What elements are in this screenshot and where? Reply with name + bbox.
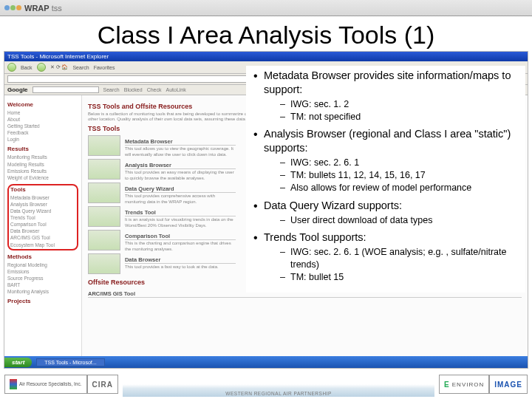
- start-button[interactable]: start: [4, 358, 32, 367]
- tools-highlight-box: Tools Metadata Browser Analysis Browser …: [7, 184, 78, 250]
- logo-environ: E ENVIRON: [439, 375, 489, 394]
- sidebar-item[interactable]: ARC/IMS GIS Tool: [10, 234, 75, 241]
- wrap-swoosh: WESTERN REGIONAL AIR PARTNERSHIP: [123, 372, 434, 397]
- bullet-dataquery: Data Query Wizard supports: User direct …: [250, 199, 521, 227]
- tool-desc: This tool provides a fast way to look at…: [125, 265, 236, 270]
- app-top-bar: WRAP tss: [0, 0, 532, 16]
- sidebar-item[interactable]: Emissions Results: [7, 168, 78, 174]
- tool-desc: This tool provides comprehensive access …: [125, 194, 236, 204]
- bullet-text: Data Query Wizard supports:: [264, 200, 402, 211]
- google-item-0[interactable]: Search: [103, 87, 120, 92]
- sub-bullet: TM: not specified: [280, 111, 521, 123]
- footer-logos: Air Resource Specialists, Inc. CIRA WEST…: [0, 369, 532, 399]
- tool-name[interactable]: Data Query Wizard: [125, 185, 236, 193]
- sub-bullet: TM: bullet 15: [280, 271, 521, 284]
- tool-name[interactable]: Analysis Browser: [125, 162, 236, 169]
- left-sidebar: Welcome Home About Getting Started Feedb…: [4, 95, 82, 369]
- flag-icon: [10, 379, 17, 389]
- sidebar-item[interactable]: Monitoring Analysis: [7, 288, 78, 295]
- google-logo-label: Google: [7, 86, 28, 93]
- brand-label: WRAP: [24, 4, 50, 13]
- back-label[interactable]: Back: [21, 65, 33, 70]
- taskbar-task[interactable]: TSS Tools - Microsof...: [36, 358, 104, 366]
- sidebar-item[interactable]: Monitoring Results: [7, 154, 78, 160]
- tool-name[interactable]: Comparison Tool: [125, 233, 236, 240]
- sub-bullet: IWG: sec. 1. 2: [280, 98, 521, 111]
- sidebar-head-results: Results: [7, 146, 78, 152]
- sidebar-item[interactable]: Emissions: [7, 268, 78, 275]
- image-label: IMAGE: [494, 381, 522, 389]
- google-item-3[interactable]: AutoLink: [166, 87, 186, 92]
- tool-desc: This tool allows you to view the geograp…: [125, 146, 236, 157]
- sidebar-item[interactable]: Source Progress: [7, 275, 78, 282]
- tool-desc: This tool provides an easy means of disp…: [125, 170, 236, 180]
- thumbnail-icon: [88, 183, 120, 203]
- wrap-logo-icon: [4, 5, 21, 10]
- sub-bullet: TM: bullets 11, 12, 14, 15, 16, 17: [280, 169, 521, 182]
- google-item-1[interactable]: Blocked: [124, 87, 143, 92]
- windows-taskbar: start TSS Tools - Microsof...: [4, 356, 528, 368]
- tool-desc: This is the charting and comparison engi…: [125, 241, 236, 251]
- thumbnail-icon: [88, 206, 120, 227]
- sidebar-head-tools: Tools: [10, 186, 75, 193]
- sidebar-item[interactable]: Getting Started: [7, 123, 78, 129]
- bullet-text: Metadata Browser provides site informati…: [264, 69, 511, 95]
- tool-name[interactable]: Trends Tool: [125, 209, 236, 216]
- environ-label: ENVIRON: [452, 381, 484, 388]
- bullet-metadata: Metadata Browser provides site informati…: [250, 69, 521, 123]
- sidebar-item[interactable]: Trends Tool: [10, 214, 75, 221]
- bullet-text: Analysis Browser (regional and Class I a…: [264, 128, 511, 154]
- sidebar-item[interactable]: Home: [7, 109, 78, 116]
- bullet-analysis: Analysis Browser (regional and Class I a…: [250, 127, 521, 194]
- sidebar-item[interactable]: Data Query Wizard: [10, 208, 75, 214]
- sidebar-item[interactable]: Login: [7, 136, 78, 143]
- logo-ars: Air Resource Specialists, Inc.: [4, 375, 87, 394]
- slide-title: Class I Area Analysis Tools (1): [0, 16, 532, 51]
- toolbar-spacer: ✕ ⟳ 🏠: [50, 64, 69, 70]
- google-search-input[interactable]: [33, 86, 99, 93]
- logo-cira: CIRA: [87, 375, 118, 394]
- sidebar-head-projects: Projects: [7, 298, 78, 304]
- sidebar-item[interactable]: Modeling Results: [7, 161, 78, 168]
- sidebar-item[interactable]: Feedback: [7, 129, 78, 136]
- logo-image: IMAGE: [489, 375, 528, 394]
- favorites-label[interactable]: Favorites: [94, 65, 115, 70]
- sub-bullet: Also allows for review of model performa…: [280, 182, 521, 194]
- tool-desc: It is an analysis tool for visualizing t…: [125, 217, 236, 228]
- tool-name[interactable]: Data Browser: [125, 256, 236, 264]
- sidebar-item[interactable]: Regional Modeling: [7, 262, 78, 268]
- thumbnail-icon: [88, 135, 120, 156]
- thumbnail-icon: [88, 159, 120, 180]
- sidebar-item[interactable]: Ecosystem Map Tool: [10, 242, 75, 248]
- thumbnail-icon: [88, 253, 120, 274]
- forward-icon[interactable]: [37, 63, 46, 72]
- sidebar-item[interactable]: BART: [7, 282, 78, 288]
- overlay-textbox: Metadata Browser provides site informati…: [246, 66, 525, 293]
- tool-name[interactable]: Metadata Browser: [125, 138, 236, 146]
- sidebar-item[interactable]: Analysis Browser: [10, 201, 75, 208]
- sidebar-head-welcome: Welcome: [7, 101, 78, 108]
- bullet-trends: Trends Tool supports: IWG: sec. 2. 6. 1 …: [250, 231, 521, 283]
- sub-bullet: IWG: sec. 2. 6. 1 (WOE analysis; e.g. , …: [280, 246, 521, 271]
- cira-label: CIRA: [92, 381, 113, 389]
- sidebar-item[interactable]: Comparison Tool: [10, 221, 75, 228]
- thumbnail-icon: [88, 230, 120, 250]
- sub-bullet: IWG: sec. 2. 6. 1: [280, 157, 521, 169]
- ars-label: Air Resource Specialists, Inc.: [19, 382, 82, 387]
- sidebar-item[interactable]: About: [7, 116, 78, 123]
- sidebar-item[interactable]: Weight of Evidence: [7, 174, 78, 181]
- product-label: tss: [52, 4, 62, 13]
- search-label[interactable]: Search: [72, 65, 89, 70]
- environ-e-icon: E: [444, 381, 450, 389]
- sidebar-item[interactable]: Metadata Browser: [10, 194, 75, 201]
- sub-bullet: User direct download of data types: [280, 214, 521, 227]
- sidebar-head-methods: Methods: [7, 253, 78, 260]
- google-item-2[interactable]: Check: [147, 87, 162, 92]
- bullet-text: Trends Tool supports:: [264, 231, 366, 243]
- back-icon[interactable]: [7, 63, 16, 72]
- wrap-label: WESTERN REGIONAL AIR PARTNERSHIP: [123, 391, 434, 396]
- sidebar-item[interactable]: Data Browser: [10, 228, 75, 234]
- ie-window-title: TSS Tools - Microsoft Internet Explorer: [4, 52, 528, 61]
